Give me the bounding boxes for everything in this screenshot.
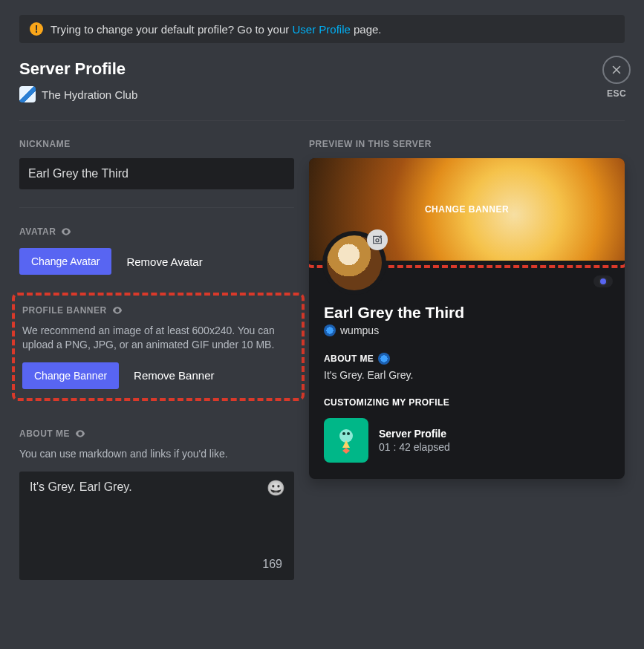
change-banner-overlay: CHANGE BANNER [425, 204, 509, 215]
activity-name: Server Profile [379, 428, 450, 440]
profile-banner-label: PROFILE BANNER [22, 304, 294, 316]
user-profile-link[interactable]: User Profile [292, 23, 350, 36]
preview-display-name: Earl Grey the Third [324, 304, 610, 322]
emoji-picker-button[interactable]: 😀 [267, 479, 285, 497]
server-icon [19, 86, 36, 102]
visibility-icon [60, 226, 72, 238]
server-row: The Hydration Club [19, 86, 625, 102]
preview-card: CHANGE BANNER Earl Grey the Third wumpus [309, 158, 625, 479]
upload-avatar-icon[interactable] [367, 229, 388, 250]
info-notice: ! Trying to change your default profile?… [19, 15, 625, 43]
divider [19, 207, 294, 208]
preview-customizing-title: CUSTOMIZING MY PROFILE [324, 397, 610, 408]
activity-row: Server Profile 01 : 42 elapsed [324, 418, 610, 463]
preview-about-text: It's Grey. Earl Grey. [324, 369, 610, 381]
profile-banner-highlight: PROFILE BANNER We recommend an image of … [12, 293, 305, 401]
about-me-value: It's Grey. Earl Grey. [30, 480, 132, 493]
esc-label: ESC [602, 88, 631, 99]
remove-avatar-button[interactable]: Remove Avatar [126, 255, 202, 268]
about-me-help: You can use markdown and links if you'd … [19, 447, 294, 461]
profile-banner-help: We recommend an image of at least 600x24… [22, 324, 294, 352]
nickname-input[interactable] [19, 158, 294, 189]
remove-banner-button[interactable]: Remove Banner [134, 369, 214, 382]
visibility-icon [111, 304, 123, 316]
preview-username: wumpus [340, 324, 379, 336]
wave-icon [324, 324, 336, 336]
visibility-icon [74, 428, 86, 440]
svg-point-2 [342, 432, 345, 435]
svg-point-0 [376, 239, 379, 242]
page-title: Server Profile [19, 59, 625, 79]
server-name: The Hydration Club [42, 88, 137, 101]
char-count: 169 [262, 558, 282, 571]
change-banner-button[interactable]: Change Banner [22, 362, 119, 389]
about-me-label: ABOUT ME [19, 428, 294, 440]
status-badge [593, 275, 613, 287]
svg-point-3 [347, 432, 350, 435]
about-me-input[interactable]: It's Grey. Earl Grey. 😀 169 [19, 472, 294, 580]
divider [19, 120, 625, 121]
preview-about-title: ABOUT ME [324, 353, 610, 365]
wave-icon [378, 353, 390, 365]
avatar-label: AVATAR [19, 226, 294, 238]
preview-label: PREVIEW IN THIS SERVER [309, 139, 625, 149]
preview-avatar[interactable] [322, 231, 386, 295]
warning-icon: ! [30, 22, 43, 36]
change-avatar-button[interactable]: Change Avatar [19, 248, 111, 275]
notice-text: Trying to change your default profile? G… [51, 23, 382, 36]
activity-elapsed: 01 : 42 elapsed [379, 441, 450, 453]
close-icon [610, 63, 623, 76]
nickname-label: NICKNAME [19, 139, 294, 149]
close-button[interactable] [602, 56, 631, 84]
activity-icon [324, 418, 368, 463]
